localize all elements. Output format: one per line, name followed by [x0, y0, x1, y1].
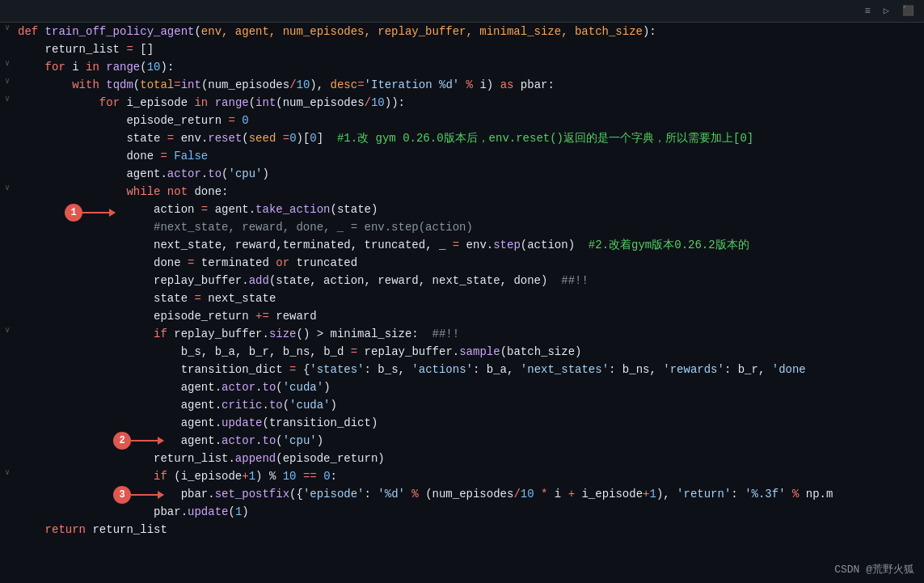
table-row: ∨def train_off_policy_agent(env, agent, … [0, 23, 924, 40]
line-content: agent.critic.to('cuda') [15, 396, 924, 414]
line-content: episode_return = 0 [15, 112, 924, 129]
fold-gutter[interactable]: ∨ [0, 94, 15, 104]
line-content: next_state, reward,terminated, truncated… [15, 236, 924, 254]
line-content: agent.actor.to('cpu') [15, 165, 924, 183]
line-content: return_list = [] [15, 40, 924, 58]
toolbar-btn-2[interactable]: ▷ [880, 3, 892, 19]
line-content: agent.actor.to('cpu') [15, 432, 924, 450]
table-row: b_s, b_a, b_r, b_ns, b_d = replay_buffer… [0, 343, 924, 361]
code-area: ∨def train_off_policy_agent(env, agent, … [0, 23, 924, 583]
line-content: state = env.reset(seed =0)[0] #1.改 gym 0… [15, 129, 924, 147]
table-row: next_state, reward,terminated, truncated… [0, 236, 924, 254]
line-content: if replay_buffer.size() > minimal_size: … [15, 325, 924, 343]
watermark: CSDN @荒野火狐 [834, 562, 914, 577]
line-content: replay_buffer.add(state, action, reward,… [15, 272, 924, 289]
line-content: done = False [15, 147, 924, 165]
table-row: return_list.append(episode_return) [0, 450, 924, 467]
table-row: #next_state, reward, done, _ = env.step(… [0, 218, 924, 236]
fold-gutter[interactable]: ∨ [0, 467, 15, 477]
line-content: agent.actor.to('cuda') [15, 378, 924, 396]
line-content: def train_off_policy_agent(env, agent, n… [15, 23, 924, 40]
table-row: pbar.set_postfix({'episode': '%d' % (num… [0, 485, 924, 503]
table-row: return_list = [] [0, 40, 924, 58]
line-content: agent.update(transition_dict) [15, 414, 924, 432]
table-row: agent.actor.to('cuda') [0, 378, 924, 396]
table-row: ∨ for i in range(10): [0, 58, 924, 76]
fold-gutter[interactable]: ∨ [0, 325, 15, 335]
line-content: transition_dict = {'states': b_s, 'actio… [15, 361, 924, 378]
table-row: ∨ for i_episode in range(int(num_episode… [0, 94, 924, 112]
line-content: while not done: [15, 183, 924, 201]
fold-gutter[interactable]: ∨ [0, 76, 15, 86]
line-content: episode_return += reward [15, 307, 924, 325]
table-row: agent.update(transition_dict) [0, 414, 924, 432]
toolbar-btn-3[interactable]: ⬛ [899, 3, 918, 19]
table-row: transition_dict = {'states': b_s, 'actio… [0, 361, 924, 378]
table-row: done = terminated or truncated [0, 254, 924, 272]
fold-gutter[interactable]: ∨ [0, 58, 15, 68]
line-content: pbar.update(1) [15, 503, 924, 521]
line-content: with tqdm(total=int(num_episodes/10), de… [15, 76, 924, 94]
table-row: episode_return += reward [0, 307, 924, 325]
table-row: done = False [0, 147, 924, 165]
line-content: pbar.set_postfix({'episode': '%d' % (num… [15, 485, 924, 503]
line-content: return_list.append(episode_return) [15, 450, 924, 467]
line-content: for i_episode in range(int(num_episodes/… [15, 94, 924, 112]
table-row: action = agent.take_action(state) [0, 201, 924, 218]
fold-gutter[interactable]: ∨ [0, 183, 15, 192]
code-lines: ∨def train_off_policy_agent(env, agent, … [0, 23, 924, 539]
toolbar: ≡ ▷ ⬛ [0, 0, 924, 23]
line-content: state = next_state [15, 289, 924, 307]
line-content: if (i_episode+1) % 10 == 0: [15, 467, 924, 485]
table-row: ∨ if (i_episode+1) % 10 == 0: [0, 467, 924, 485]
table-row: return return_list [0, 521, 924, 539]
table-row: state = env.reset(seed =0)[0] #1.改 gym 0… [0, 129, 924, 147]
table-row: pbar.update(1) [0, 503, 924, 521]
code-editor: ≡ ▷ ⬛ ∨def train_off_policy_agent(env, a… [0, 0, 924, 583]
line-content: done = terminated or truncated [15, 254, 924, 272]
fold-gutter[interactable]: ∨ [0, 23, 15, 32]
line-content: #next_state, reward, done, _ = env.step(… [15, 218, 924, 236]
table-row: agent.actor.to('cpu') [0, 432, 924, 450]
line-content: action = agent.take_action(state) [15, 201, 924, 218]
line-content: b_s, b_a, b_r, b_ns, b_d = replay_buffer… [15, 343, 924, 361]
table-row: agent.critic.to('cuda') [0, 396, 924, 414]
table-row: ∨ while not done: [0, 183, 924, 201]
table-row: state = next_state [0, 289, 924, 307]
table-row: ∨ with tqdm(total=int(num_episodes/10), … [0, 76, 924, 94]
table-row: replay_buffer.add(state, action, reward,… [0, 272, 924, 289]
line-content: return return_list [15, 521, 924, 539]
line-content: for i in range(10): [15, 58, 924, 76]
table-row: ∨ if replay_buffer.size() > minimal_size… [0, 325, 924, 343]
table-row: agent.actor.to('cpu') [0, 165, 924, 183]
toolbar-btn-1[interactable]: ≡ [862, 4, 874, 19]
table-row: episode_return = 0 [0, 112, 924, 129]
